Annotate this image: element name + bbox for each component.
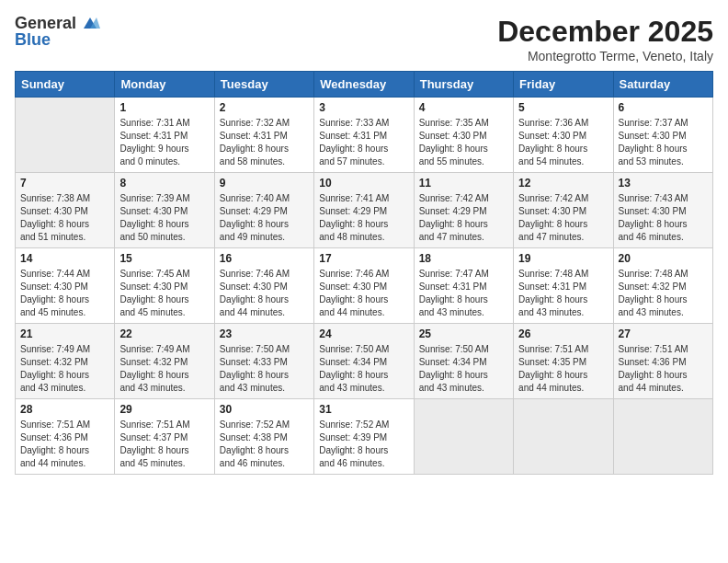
day-number: 16 xyxy=(220,252,309,265)
calendar-cell: 23Sunrise: 7:50 AMSunset: 4:33 PMDayligh… xyxy=(214,324,313,399)
weekday-header-wednesday: Wednesday xyxy=(314,72,414,98)
day-number: 2 xyxy=(220,101,309,114)
day-info: Sunrise: 7:41 AMSunset: 4:29 PMDaylight:… xyxy=(319,192,408,244)
logo-blue-text: Blue xyxy=(15,31,51,50)
month-title: December 2025 xyxy=(497,15,713,49)
day-number: 6 xyxy=(619,101,708,114)
day-info: Sunrise: 7:51 AMSunset: 4:37 PMDaylight:… xyxy=(119,419,209,470)
day-number: 17 xyxy=(319,252,408,265)
day-number: 10 xyxy=(319,177,408,190)
calendar-cell: 13Sunrise: 7:43 AMSunset: 4:30 PMDayligh… xyxy=(613,173,712,248)
day-info: Sunrise: 7:51 AMSunset: 4:36 PMDaylight:… xyxy=(20,419,109,470)
calendar-table: SundayMondayTuesdayWednesdayThursdayFrid… xyxy=(15,71,713,475)
day-number: 27 xyxy=(619,327,708,340)
day-number: 24 xyxy=(319,327,408,340)
calendar-cell: 9Sunrise: 7:40 AMSunset: 4:29 PMDaylight… xyxy=(214,173,313,248)
page-header: General Blue December 2025 Montegrotto T… xyxy=(15,15,713,63)
calendar-cell: 18Sunrise: 7:47 AMSunset: 4:31 PMDayligh… xyxy=(414,248,513,324)
calendar-cell: 22Sunrise: 7:49 AMSunset: 4:32 PMDayligh… xyxy=(115,324,214,399)
day-info: Sunrise: 7:39 AMSunset: 4:30 PMDaylight:… xyxy=(119,192,209,244)
calendar-week-2: 7Sunrise: 7:38 AMSunset: 4:30 PMDaylight… xyxy=(16,173,713,248)
day-info: Sunrise: 7:46 AMSunset: 4:30 PMDaylight:… xyxy=(319,268,408,319)
calendar-cell: 1Sunrise: 7:31 AMSunset: 4:31 PMDaylight… xyxy=(115,98,214,173)
day-info: Sunrise: 7:51 AMSunset: 4:35 PMDaylight:… xyxy=(518,343,608,395)
day-info: Sunrise: 7:48 AMSunset: 4:32 PMDaylight:… xyxy=(619,268,708,319)
day-info: Sunrise: 7:50 AMSunset: 4:33 PMDaylight:… xyxy=(220,343,309,395)
weekday-header-row: SundayMondayTuesdayWednesdayThursdayFrid… xyxy=(16,72,713,98)
day-number: 25 xyxy=(419,327,508,340)
day-info: Sunrise: 7:49 AMSunset: 4:32 PMDaylight:… xyxy=(20,343,109,395)
day-number: 12 xyxy=(518,177,608,190)
day-number: 26 xyxy=(518,327,608,340)
day-info: Sunrise: 7:33 AMSunset: 4:31 PMDaylight:… xyxy=(319,117,408,168)
day-number: 15 xyxy=(119,252,209,265)
day-info: Sunrise: 7:35 AMSunset: 4:30 PMDaylight:… xyxy=(419,117,508,168)
day-info: Sunrise: 7:47 AMSunset: 4:31 PMDaylight:… xyxy=(419,268,508,319)
day-number: 23 xyxy=(220,327,309,340)
day-number: 4 xyxy=(419,101,508,114)
calendar-cell: 31Sunrise: 7:52 AMSunset: 4:39 PMDayligh… xyxy=(314,399,414,475)
calendar-cell: 26Sunrise: 7:51 AMSunset: 4:35 PMDayligh… xyxy=(514,324,613,399)
day-number: 8 xyxy=(119,177,209,190)
day-info: Sunrise: 7:48 AMSunset: 4:31 PMDaylight:… xyxy=(518,268,608,319)
calendar-cell: 3Sunrise: 7:33 AMSunset: 4:31 PMDaylight… xyxy=(314,98,414,173)
calendar-cell: 19Sunrise: 7:48 AMSunset: 4:31 PMDayligh… xyxy=(514,248,613,324)
calendar-cell: 27Sunrise: 7:51 AMSunset: 4:36 PMDayligh… xyxy=(613,324,712,399)
day-info: Sunrise: 7:52 AMSunset: 4:39 PMDaylight:… xyxy=(319,419,408,470)
calendar-cell: 11Sunrise: 7:42 AMSunset: 4:29 PMDayligh… xyxy=(414,173,513,248)
day-number: 11 xyxy=(419,177,508,190)
calendar-cell: 14Sunrise: 7:44 AMSunset: 4:30 PMDayligh… xyxy=(16,248,115,324)
day-number: 30 xyxy=(220,403,309,416)
weekday-header-thursday: Thursday xyxy=(414,72,513,98)
day-info: Sunrise: 7:31 AMSunset: 4:31 PMDaylight:… xyxy=(119,117,209,168)
day-info: Sunrise: 7:50 AMSunset: 4:34 PMDaylight:… xyxy=(419,343,508,395)
calendar-cell: 7Sunrise: 7:38 AMSunset: 4:30 PMDaylight… xyxy=(16,173,115,248)
day-info: Sunrise: 7:44 AMSunset: 4:30 PMDaylight:… xyxy=(20,268,109,319)
calendar-week-5: 28Sunrise: 7:51 AMSunset: 4:36 PMDayligh… xyxy=(16,399,713,475)
day-number: 20 xyxy=(619,252,708,265)
day-info: Sunrise: 7:49 AMSunset: 4:32 PMDaylight:… xyxy=(119,343,209,395)
day-info: Sunrise: 7:43 AMSunset: 4:30 PMDaylight:… xyxy=(619,192,708,244)
day-number: 14 xyxy=(20,252,109,265)
calendar-cell: 28Sunrise: 7:51 AMSunset: 4:36 PMDayligh… xyxy=(16,399,115,475)
day-info: Sunrise: 7:38 AMSunset: 4:30 PMDaylight:… xyxy=(20,192,109,244)
calendar-cell: 29Sunrise: 7:51 AMSunset: 4:37 PMDayligh… xyxy=(115,399,214,475)
day-info: Sunrise: 7:42 AMSunset: 4:29 PMDaylight:… xyxy=(419,192,508,244)
day-info: Sunrise: 7:40 AMSunset: 4:29 PMDaylight:… xyxy=(220,192,309,244)
weekday-header-saturday: Saturday xyxy=(613,72,712,98)
day-info: Sunrise: 7:50 AMSunset: 4:34 PMDaylight:… xyxy=(319,343,408,395)
day-number: 29 xyxy=(119,403,209,416)
calendar-cell: 30Sunrise: 7:52 AMSunset: 4:38 PMDayligh… xyxy=(214,399,313,475)
day-info: Sunrise: 7:32 AMSunset: 4:31 PMDaylight:… xyxy=(220,117,309,168)
title-block: December 2025 Montegrotto Terme, Veneto,… xyxy=(497,15,713,63)
logo-icon xyxy=(80,16,100,32)
calendar-cell: 25Sunrise: 7:50 AMSunset: 4:34 PMDayligh… xyxy=(414,324,513,399)
day-number: 1 xyxy=(119,101,209,114)
calendar-cell: 6Sunrise: 7:37 AMSunset: 4:30 PMDaylight… xyxy=(613,98,712,173)
day-number: 13 xyxy=(619,177,708,190)
calendar-cell: 21Sunrise: 7:49 AMSunset: 4:32 PMDayligh… xyxy=(16,324,115,399)
day-number: 7 xyxy=(20,177,109,190)
calendar-cell xyxy=(514,399,613,475)
day-number: 19 xyxy=(518,252,608,265)
day-info: Sunrise: 7:52 AMSunset: 4:38 PMDaylight:… xyxy=(220,419,309,470)
calendar-cell: 8Sunrise: 7:39 AMSunset: 4:30 PMDaylight… xyxy=(115,173,214,248)
calendar-cell: 20Sunrise: 7:48 AMSunset: 4:32 PMDayligh… xyxy=(613,248,712,324)
day-number: 31 xyxy=(319,403,408,416)
calendar-cell xyxy=(613,399,712,475)
day-number: 18 xyxy=(419,252,508,265)
weekday-header-tuesday: Tuesday xyxy=(214,72,313,98)
location-subtitle: Montegrotto Terme, Veneto, Italy xyxy=(497,49,713,63)
day-number: 9 xyxy=(220,177,309,190)
calendar-cell: 24Sunrise: 7:50 AMSunset: 4:34 PMDayligh… xyxy=(314,324,414,399)
calendar-cell: 15Sunrise: 7:45 AMSunset: 4:30 PMDayligh… xyxy=(115,248,214,324)
calendar-cell: 2Sunrise: 7:32 AMSunset: 4:31 PMDaylight… xyxy=(214,98,313,173)
calendar-cell: 5Sunrise: 7:36 AMSunset: 4:30 PMDaylight… xyxy=(514,98,613,173)
calendar-cell xyxy=(16,98,115,173)
calendar-cell: 4Sunrise: 7:35 AMSunset: 4:30 PMDaylight… xyxy=(414,98,513,173)
calendar-cell: 16Sunrise: 7:46 AMSunset: 4:30 PMDayligh… xyxy=(214,248,313,324)
day-info: Sunrise: 7:37 AMSunset: 4:30 PMDaylight:… xyxy=(619,117,708,168)
calendar-week-4: 21Sunrise: 7:49 AMSunset: 4:32 PMDayligh… xyxy=(16,324,713,399)
calendar-cell: 10Sunrise: 7:41 AMSunset: 4:29 PMDayligh… xyxy=(314,173,414,248)
weekday-header-monday: Monday xyxy=(115,72,214,98)
